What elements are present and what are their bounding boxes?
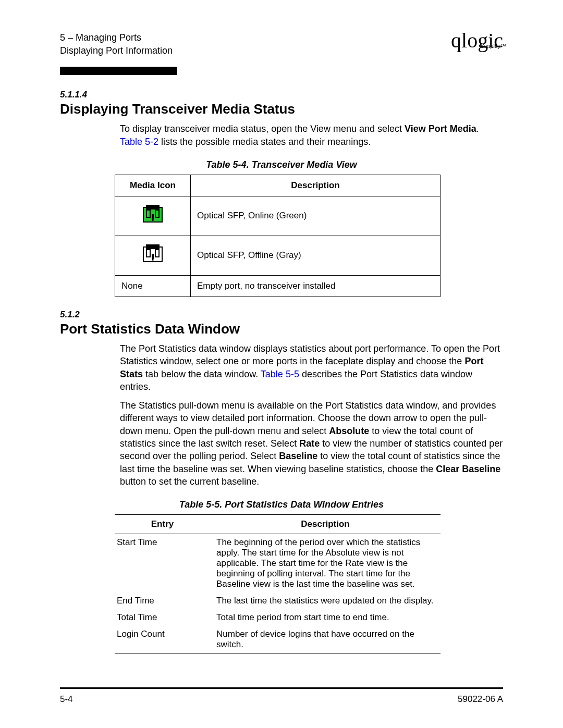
section-paragraph: To display transceiver media status, ope… bbox=[120, 122, 503, 148]
body-bold: View Port Media bbox=[405, 124, 476, 134]
table-cell: Total Time bbox=[115, 609, 214, 626]
body-bold: Clear Baseline bbox=[436, 464, 500, 474]
header-subsection: Displaying Port Information bbox=[60, 44, 173, 57]
body-bold: Rate bbox=[299, 438, 320, 449]
page-number: 5-4 bbox=[60, 694, 73, 705]
section-paragraph: The Port Statistics data window displays… bbox=[120, 342, 503, 393]
table-header: Entry bbox=[115, 515, 214, 534]
table-caption: Table 5-5. Port Statistics Data Window E… bbox=[60, 499, 503, 510]
table-caption: Table 5-4. Transceiver Media View bbox=[60, 159, 503, 170]
transceiver-media-table: Media Icon Description Optical SFP, Onli… bbox=[115, 175, 440, 297]
table-reference-link[interactable]: Table 5-5 bbox=[261, 369, 299, 379]
table-row: Login Count Number of device logins that… bbox=[115, 626, 440, 653]
table-header: Media Icon bbox=[115, 175, 191, 196]
table-cell: Optical SFP, Online (Green) bbox=[191, 196, 440, 236]
table-cell: Optical SFP, Offline (Gray) bbox=[191, 236, 440, 275]
table-cell: None bbox=[115, 275, 191, 297]
port-statistics-table: Entry Description Start Time The beginni… bbox=[115, 514, 440, 653]
section-title: Displaying Transceiver Media Status bbox=[60, 101, 503, 117]
section-title: Port Statistics Data Window bbox=[60, 321, 503, 337]
table-row: Optical SFP, Offline (Gray) bbox=[115, 236, 440, 275]
table-reference-link[interactable]: Table 5-2 bbox=[120, 137, 158, 147]
brand-logo: qlogic Simplify™ bbox=[451, 31, 503, 50]
footer-rule bbox=[60, 687, 503, 689]
sfp-online-icon bbox=[143, 207, 163, 223]
body-bold: Baseline bbox=[279, 451, 317, 461]
table-cell: Total time period from start time to end… bbox=[214, 609, 440, 626]
body-text: . bbox=[476, 124, 479, 134]
header-chapter: 5 – Managing Ports bbox=[60, 31, 173, 44]
body-text: To display transceiver media status, ope… bbox=[120, 124, 405, 134]
table-cell: Number of device logins that have occurr… bbox=[214, 626, 440, 653]
table-cell: Empty port, no transceiver installed bbox=[191, 275, 440, 297]
table-cell: The beginning of the period over which t… bbox=[214, 534, 440, 593]
table-cell: Login Count bbox=[115, 626, 214, 653]
section-number: 5.1.1.4 bbox=[60, 90, 503, 100]
section-paragraph: The Statistics pull-down menu is availab… bbox=[120, 399, 503, 488]
table-row: Total Time Total time period from start … bbox=[115, 609, 440, 626]
body-text: tab below the data window. bbox=[143, 369, 261, 379]
table-row: Optical SFP, Online (Green) bbox=[115, 196, 440, 236]
logo-tagline: Simplify™ bbox=[480, 44, 506, 49]
body-bold: Absolute bbox=[329, 426, 369, 436]
table-cell: End Time bbox=[115, 593, 214, 609]
body-text: The Port Statistics data window displays… bbox=[120, 343, 500, 366]
body-text: button to set the current baseline. bbox=[120, 476, 259, 487]
table-row: End Time The last time the statistics we… bbox=[115, 593, 440, 609]
table-cell: Start Time bbox=[115, 534, 214, 593]
table-header: Description bbox=[214, 515, 440, 534]
body-text: lists the possible media states and thei… bbox=[158, 137, 371, 147]
header-black-bar bbox=[60, 67, 177, 75]
table-row: Start Time The beginning of the period o… bbox=[115, 534, 440, 593]
table-cell: The last time the statistics were update… bbox=[214, 593, 440, 609]
document-number: 59022-06 A bbox=[458, 694, 503, 705]
table-header: Description bbox=[191, 175, 440, 196]
section-number: 5.1.2 bbox=[60, 310, 503, 320]
table-row: None Empty port, no transceiver installe… bbox=[115, 275, 440, 297]
sfp-offline-icon bbox=[143, 246, 163, 262]
